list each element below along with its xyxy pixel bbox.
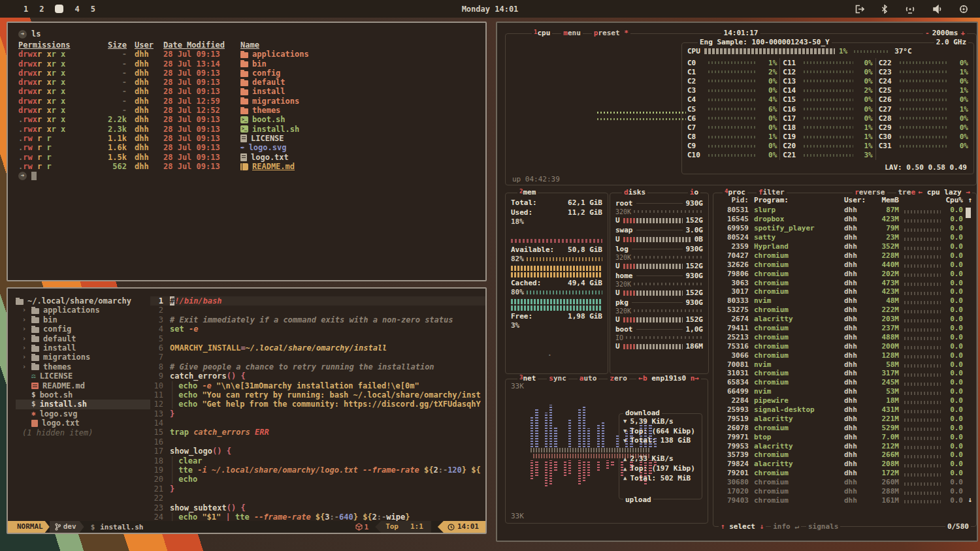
workspace-4[interactable]: 4	[74, 5, 79, 14]
tree-item-boot.sh[interactable]: $boot.sh	[16, 390, 150, 400]
proc-row[interactable]: 79953alacrittydhh212M0.0	[719, 441, 972, 450]
proc-row[interactable]: 65834chromiumdhh245M0.0	[719, 378, 972, 387]
bluetooth-icon[interactable]	[881, 5, 888, 14]
menu-button[interactable]: menu	[561, 29, 583, 37]
proc-scrollbar[interactable]	[966, 208, 971, 218]
volume-icon[interactable]	[932, 5, 942, 14]
proc-sort-control[interactable]: ← cpu lazy →	[917, 188, 972, 197]
proc-row[interactable]: 70081nvimdhh58M0.0	[719, 360, 972, 369]
proc-row[interactable]: 79403chromiumdhh161M0.0	[719, 496, 972, 505]
core-row-C8: C81%	[687, 133, 777, 142]
proc-row[interactable]: 3017chromiumdhh423M0.0	[719, 287, 972, 296]
proc-row[interactable]: 35739chromiumdhh266M0.0	[719, 450, 972, 460]
btop-window[interactable]: 1cpu menu preset * 14:01:17 - 2000ms + u…	[496, 22, 978, 542]
core-row-C9: C90%	[687, 142, 777, 151]
net-zero-button[interactable]: zero	[608, 374, 629, 383]
proc-row[interactable]: 66499nvimdhh53M0.0	[719, 387, 972, 396]
proc-row[interactable]: 79201chromiumdhh172M0.0	[719, 469, 972, 478]
proc-tree-button[interactable]: tree	[896, 188, 918, 197]
folder-icon	[31, 327, 39, 333]
core-row-C23: C231%	[879, 67, 968, 76]
proc-row[interactable]: 2359Hyprlanddhh352M0.0	[719, 242, 972, 251]
proc-row[interactable]: 30680chromiumdhh260M0.0	[719, 478, 972, 487]
proc-row[interactable]: 80333nvimdhh48M0.0	[719, 296, 972, 306]
tree-item-bin[interactable]: ›bin	[16, 315, 150, 324]
net-sync-button[interactable]: sync	[547, 374, 568, 383]
interval-control[interactable]: - 2000ms +	[923, 29, 967, 37]
upload-total: Total: 502 MiB	[630, 474, 691, 482]
proc-row[interactable]: 17020chromiumdhh288M0.0	[719, 487, 972, 496]
proc-reverse-button[interactable]: reverse	[853, 188, 887, 197]
file-file-icon	[240, 153, 247, 161]
proc-row[interactable]: 79824alacrittydhh208M0.0	[719, 460, 972, 469]
proc-row[interactable]: 69959spotify_playerdhh79M0.0	[719, 224, 972, 233]
network-icon[interactable]	[905, 5, 915, 14]
tree-item-default[interactable]: ›default	[16, 334, 150, 343]
tree-item-applications[interactable]: ›applications	[16, 306, 150, 315]
proc-row[interactable]: 16545dropboxdhh423M0.0	[719, 215, 972, 224]
workspace-active[interactable]	[55, 5, 63, 13]
proc-row[interactable]: 79971btopdhh7.0M0.0	[719, 432, 972, 441]
tree-item-logo.svg[interactable]: ✱logo.svg	[16, 409, 150, 418]
proc-filter-button[interactable]: filter	[757, 188, 787, 197]
ls-row: drwxr xr x-dhh28 Jul 13:14bin	[18, 59, 475, 69]
ls-row: drwxr xr x-dhh28 Jul 09:13config	[18, 69, 475, 78]
proc-row[interactable]: 25213chromiumdhh488M0.0	[719, 332, 972, 341]
code-line-16: 16	[150, 437, 485, 447]
proc-row[interactable]: 3063chromiumdhh473M0.0	[719, 278, 972, 287]
proc-row[interactable]: 75316chromiumdhh200M0.0	[719, 341, 972, 351]
proc-row[interactable]: 26078chromiumdhh529M0.0	[719, 423, 972, 432]
chevron-right-icon: ›	[22, 315, 27, 324]
proc-row[interactable]: 2284pipewiredhh18M0.0	[719, 396, 972, 405]
chevron-right-icon: ›	[22, 324, 27, 334]
proc-row[interactable]: 80531slurpdhh87M0.0	[719, 206, 972, 215]
workspace-2[interactable]: 2	[39, 5, 44, 14]
proc-row[interactable]: 2674alacrittydhh203M0.0	[719, 315, 972, 324]
tree-item-install[interactable]: ›install	[16, 343, 150, 353]
editor-window[interactable]: ~/.local/share/omarchy›applications›bin›…	[7, 287, 487, 534]
workspace-1[interactable]: 1	[24, 5, 28, 14]
tree-item-migrations[interactable]: ›migrations	[16, 353, 150, 362]
git-branch-segment[interactable]: dev	[50, 521, 84, 533]
tree-item-install.sh[interactable]: $install.sh	[16, 400, 150, 409]
net-stats-box: download ▼5,39 KiB/s ▼Top: (664 Kibp) ▼T…	[619, 413, 702, 499]
proc-row[interactable]: 70427chromiumdhh228M0.0	[719, 251, 972, 260]
tree-item-README.md[interactable]: README.md	[16, 381, 150, 390]
net-interface[interactable]: ←b enp191s0 n→	[636, 374, 701, 383]
workspace-5[interactable]: 5	[91, 5, 95, 14]
proc-row[interactable]: 53275chromiumdhh222M0.0	[719, 306, 972, 315]
code-line-7: 7	[150, 353, 485, 362]
io-mode-button[interactable]: io	[688, 188, 700, 197]
core-row-C1: C12%	[687, 67, 777, 76]
tree-root[interactable]: ~/.local/share/omarchy	[16, 296, 150, 306]
proc-row[interactable]: 31031chromiumdhh317M0.0	[719, 369, 972, 378]
scroll-down-arrow: ↓	[968, 496, 972, 504]
proc-row[interactable]: 79411chromiumdhh237M0.0	[719, 324, 972, 333]
buffer-count: 1	[355, 523, 369, 531]
load-average: LAV: 0.50 0.58 0.49	[885, 163, 967, 172]
preset-button[interactable]: preset *	[592, 29, 630, 37]
net-auto-button[interactable]: auto	[578, 374, 599, 383]
core-row-C0: C01%	[687, 58, 777, 67]
code-line-4: 4set -e	[150, 324, 485, 334]
settings-icon[interactable]	[959, 5, 968, 14]
logout-icon[interactable]	[855, 5, 864, 14]
cpu-panel-title: 1cpu	[532, 29, 552, 37]
proc-row[interactable]: 32626chromiumdhh440M0.0	[719, 260, 972, 269]
disk-boot: boot1,0G	[615, 324, 703, 334]
tree-item-LICENSE[interactable]: ⚖LICENSE	[16, 371, 150, 381]
proc-row[interactable]: 79519alacrittydhh221M0.0	[719, 414, 972, 423]
prompt-row: ➜ls	[18, 29, 475, 39]
tree-item-themes[interactable]: ›themes	[16, 362, 150, 371]
code-line-13: 13}	[150, 409, 485, 418]
tree-item-config[interactable]: ›config	[16, 324, 150, 334]
flag-icon	[31, 420, 38, 427]
proc-row[interactable]: 3066chromiumdhh128M0.0	[719, 351, 972, 360]
terminal-window[interactable]: ➜lsPermissionsSizeUserDate ModifiedNamed…	[7, 22, 487, 281]
proc-row[interactable]: 25993signal-desktopdhh431M0.0	[719, 405, 972, 415]
proc-row[interactable]: 80524sattydhh23M0.0	[719, 233, 972, 242]
tree-item-logo.txt[interactable]: logo.txt	[16, 418, 150, 428]
proc-row[interactable]: 79806chromiumdhh202M0.0	[719, 269, 972, 278]
filename-segment: $ install.sh	[91, 523, 144, 531]
code-editor[interactable]: 1#!/bin/bash23# Exit immediately if a co…	[150, 289, 485, 521]
